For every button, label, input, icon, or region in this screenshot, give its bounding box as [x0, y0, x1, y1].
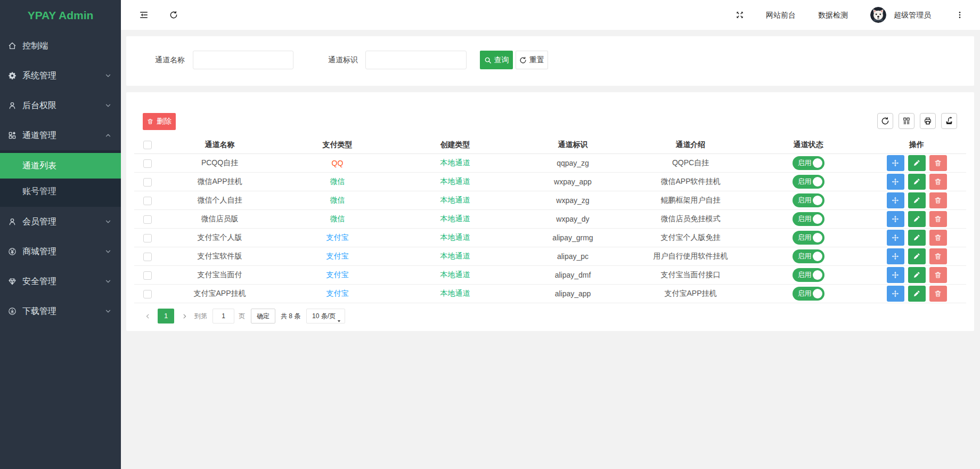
toggle-knob: [813, 289, 822, 298]
sidebar-item-安全管理[interactable]: 安全管理: [0, 266, 121, 296]
table-row: 微信个人自挂微信本地通道wxpay_zg鲲鹏框架用户自挂启用: [134, 191, 966, 210]
trash-icon: [934, 253, 942, 260]
cell-actions: [867, 155, 966, 171]
delete-button[interactable]: 删除: [143, 113, 176, 130]
site-front-link[interactable]: 网站前台: [766, 0, 796, 30]
sidebar-item-会员管理[interactable]: 会员管理: [0, 207, 121, 237]
column-header-通道介绍: 通道介绍: [632, 140, 749, 150]
data-check-link[interactable]: 数据检测: [818, 0, 848, 30]
gear-icon: [8, 71, 17, 80]
home-icon: [8, 42, 17, 50]
kebab-menu-icon[interactable]: [956, 11, 964, 19]
username[interactable]: 超级管理员: [894, 0, 931, 30]
move-icon: [892, 197, 899, 204]
status-toggle[interactable]: 启用: [793, 249, 824, 263]
sidebar-item-label: 安全管理: [22, 266, 56, 296]
edit-icon: [913, 215, 920, 223]
table-columns-button[interactable]: [899, 113, 914, 129]
cell-actions: [867, 174, 966, 190]
status-label: 启用: [798, 193, 812, 207]
edit-row-button[interactable]: [908, 174, 926, 190]
edit-row-button[interactable]: [908, 211, 926, 227]
refresh-page-icon[interactable]: [169, 11, 178, 19]
row-checkbox[interactable]: [143, 290, 152, 298]
goto-page-input[interactable]: [213, 309, 234, 324]
avatar-dog: [870, 7, 886, 23]
status-toggle[interactable]: 启用: [793, 231, 824, 245]
collapse-sidebar-icon[interactable]: [140, 11, 148, 19]
cell-channel-desc: 鲲鹏框架用户自挂: [632, 196, 749, 205]
move-row-button[interactable]: [887, 174, 904, 190]
cell-channel-desc: 支付宝个人版免挂: [632, 233, 749, 242]
edit-row-button[interactable]: [908, 192, 926, 208]
row-checkbox[interactable]: [143, 215, 152, 224]
status-toggle[interactable]: 启用: [793, 175, 824, 189]
delete-row-button[interactable]: [929, 192, 947, 208]
delete-row-button[interactable]: [929, 155, 947, 171]
delete-row-button[interactable]: [929, 267, 947, 283]
row-checkbox[interactable]: [143, 271, 152, 280]
move-row-button[interactable]: [887, 155, 904, 171]
sidebar-item-控制端[interactable]: 控制端: [0, 31, 121, 61]
delete-row-button[interactable]: [929, 230, 947, 246]
avatar[interactable]: [870, 7, 886, 23]
sidebar-item-后台权限[interactable]: 后台权限: [0, 91, 121, 120]
status-toggle[interactable]: 启用: [793, 287, 824, 301]
edit-row-button[interactable]: [908, 248, 926, 264]
cell-pay-type: 支付宝: [279, 270, 396, 280]
delete-row-button[interactable]: [929, 248, 947, 264]
delete-row-button[interactable]: [929, 174, 947, 190]
move-row-button[interactable]: [887, 230, 904, 246]
move-row-button[interactable]: [887, 286, 904, 302]
cell-pay-type: QQ: [279, 159, 396, 167]
move-row-button[interactable]: [887, 211, 904, 227]
goto-label: 到第: [194, 309, 207, 324]
delete-row-button[interactable]: [929, 286, 947, 302]
channel-code-input[interactable]: [365, 51, 467, 69]
cell-channel-desc: 微信店员免挂模式: [632, 214, 749, 224]
table-refresh-button[interactable]: [877, 113, 893, 129]
search-button[interactable]: 查询: [480, 51, 513, 69]
table-export-button[interactable]: [941, 113, 957, 129]
sidebar-item-通道管理[interactable]: 通道管理: [0, 120, 121, 150]
row-checkbox[interactable]: [143, 197, 152, 205]
sidebar-subitem-通道列表[interactable]: 通道列表: [0, 153, 121, 179]
page-size-select[interactable]: 10 条/页: [306, 309, 345, 324]
status-toggle[interactable]: 启用: [793, 212, 824, 226]
chevron-down-icon: [105, 102, 111, 109]
current-page[interactable]: 1: [158, 309, 174, 324]
edit-row-button[interactable]: [908, 286, 926, 302]
fullscreen-icon[interactable]: [736, 11, 744, 19]
goto-confirm-button[interactable]: 确定: [251, 309, 275, 324]
reset-button[interactable]: 重置: [516, 51, 548, 69]
cell-channel-status: 启用: [749, 212, 867, 226]
sidebar-subitem-账号管理[interactable]: 账号管理: [0, 179, 121, 204]
row-checkbox[interactable]: [143, 178, 152, 187]
edit-row-button[interactable]: [908, 230, 926, 246]
edit-row-button[interactable]: [908, 155, 926, 171]
sidebar-item-下载管理[interactable]: 下载管理: [0, 296, 121, 326]
cell-pay-type: 微信: [279, 214, 396, 224]
select-all-checkbox[interactable]: [143, 141, 152, 149]
status-toggle[interactable]: 启用: [793, 156, 824, 170]
sidebar-item-商城管理[interactable]: 商城管理: [0, 237, 121, 266]
table-print-button[interactable]: [920, 113, 936, 129]
move-row-button[interactable]: [887, 248, 904, 264]
search-icon: [484, 56, 492, 64]
prev-page-icon[interactable]: [145, 309, 151, 324]
row-checkbox[interactable]: [143, 253, 152, 261]
row-checkbox[interactable]: [143, 159, 152, 168]
refresh-icon: [519, 56, 527, 64]
next-page-icon[interactable]: [182, 309, 188, 324]
status-toggle[interactable]: 启用: [793, 193, 824, 207]
move-row-button[interactable]: [887, 192, 904, 208]
edit-row-button[interactable]: [908, 267, 926, 283]
channel-name-input[interactable]: [193, 51, 293, 69]
sidebar-item-系统管理[interactable]: 系统管理: [0, 61, 121, 91]
delete-row-button[interactable]: [929, 211, 947, 227]
move-row-button[interactable]: [887, 267, 904, 283]
row-checkbox[interactable]: [143, 234, 152, 242]
status-toggle[interactable]: 启用: [793, 268, 824, 282]
cell-channel-desc: QQPC自挂: [632, 158, 749, 168]
trash-icon: [934, 271, 942, 279]
